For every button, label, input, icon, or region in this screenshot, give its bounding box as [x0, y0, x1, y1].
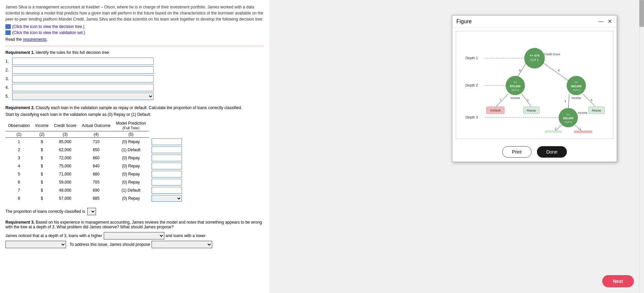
- cell-outcome: (0) Repay: [113, 162, 149, 170]
- next-button[interactable]: Next: [602, 275, 634, 287]
- cell-prediction[interactable]: [149, 138, 185, 146]
- rule-input-1[interactable]: [12, 58, 154, 65]
- table-row: 6$59,000705(0) Repay: [5, 178, 185, 186]
- rule-item-1: 1.: [5, 58, 264, 65]
- done-button[interactable]: Done: [537, 146, 567, 158]
- prediction-input[interactable]: [152, 187, 182, 194]
- cell-dollar: $: [33, 178, 51, 186]
- left-d2-right-edge: [522, 94, 532, 107]
- data-table: Observation Income Credit Score Actual O…: [5, 120, 185, 202]
- cell-prediction[interactable]: [149, 154, 185, 162]
- depth1-label: Depth 1: [465, 56, 478, 60]
- prediction-input[interactable]: [152, 146, 182, 153]
- cell-dollar: $: [33, 146, 51, 154]
- scrollbar[interactable]: [639, 0, 644, 293]
- cell-outcome: (1) Default: [113, 146, 149, 154]
- proportion-select[interactable]: [87, 208, 96, 215]
- requirement2-subtext: Start by classifying each loan in the va…: [5, 112, 264, 117]
- req3-select2[interactable]: [5, 241, 66, 248]
- rule-input-3[interactable]: [12, 75, 154, 83]
- print-button[interactable]: Print: [502, 146, 532, 158]
- col-subheader-1: (1): [5, 131, 33, 138]
- right-d2-left-edge: [568, 94, 569, 110]
- cell-obs: 1: [5, 138, 33, 146]
- prediction-input[interactable]: [152, 171, 182, 177]
- rule-input-2[interactable]: [12, 66, 154, 74]
- intro-paragraph: James Silva is a management accountant a…: [5, 4, 264, 22]
- cell-income: 62,000: [51, 146, 79, 154]
- cell-prediction[interactable]: [149, 186, 185, 194]
- right-d2-label2: $60,000: [571, 85, 581, 88]
- cell-dollar: $: [33, 186, 51, 194]
- cell-credit: 650: [79, 146, 113, 154]
- req3-text1: James noticed that at a depth of 3, loan…: [5, 233, 102, 238]
- table-row: 4$75,000640(0) Repay: [5, 162, 185, 170]
- req3-text2: and loans with a lower: [166, 233, 206, 238]
- cell-credit: 710: [79, 138, 113, 146]
- cell-income: 59,000: [51, 178, 79, 186]
- default-leaf-2-label: Default: [578, 132, 588, 133]
- cell-credit: 685: [79, 194, 113, 202]
- grid-icon: [5, 30, 11, 35]
- cell-obs: 6: [5, 178, 33, 186]
- prediction-select[interactable]: [152, 195, 182, 202]
- d3-right-label: 1: [579, 127, 581, 130]
- cell-dollar: $: [33, 138, 51, 146]
- decision-tree-link[interactable]: (Click the icon to view the decision tre…: [5, 24, 264, 29]
- requirement2-title: Requirement 2. Classify each loan in the…: [5, 105, 264, 110]
- cell-dollar: $: [33, 162, 51, 170]
- prediction-input[interactable]: [152, 179, 182, 186]
- left-d2-label1: <=: [514, 80, 517, 84]
- cell-obs: 2: [5, 146, 33, 154]
- cell-obs: 5: [5, 170, 33, 178]
- req3-select1[interactable]: [104, 232, 164, 239]
- rule-select-5[interactable]: [12, 93, 154, 100]
- table-row: 7$48,000690(1) Default: [5, 186, 185, 194]
- figure-controls: — ✕: [598, 18, 613, 25]
- cell-prediction[interactable]: [149, 194, 185, 202]
- d3-label2: $55,000: [563, 117, 574, 120]
- cell-credit: 680: [79, 170, 113, 178]
- rule-item-5: 5.: [5, 93, 264, 100]
- col-header-observation: Observation: [5, 120, 33, 131]
- prediction-input[interactable]: [152, 138, 182, 145]
- table-row: 8$57,000685(0) Repay: [5, 194, 185, 202]
- figure-modal-header: Figure — ✕: [452, 15, 617, 28]
- rule-item-4: 4.: [5, 84, 264, 91]
- credit-score-label: Credit Score: [544, 53, 560, 56]
- cell-prediction[interactable]: [149, 162, 185, 170]
- prediction-input[interactable]: [152, 163, 182, 169]
- cell-outcome: (0) Repay: [113, 170, 149, 178]
- requirements-link[interactable]: requirements: [23, 37, 46, 42]
- req3-select3[interactable]: [152, 241, 212, 248]
- validation-link-text: (Click the icon to view the validation s…: [12, 30, 85, 35]
- cell-prediction[interactable]: [149, 178, 185, 186]
- cell-credit: 660: [79, 154, 113, 162]
- table-row: 3$72,000660(0) Repay: [5, 154, 185, 162]
- scrollbar-thumb[interactable]: [639, 0, 644, 27]
- rule-num-4: 4.: [5, 85, 12, 90]
- close-button[interactable]: ✕: [607, 18, 613, 25]
- income-label-d3: Income: [578, 111, 587, 115]
- requirement3-title: Requirement 3. Based on his experience i…: [5, 220, 264, 229]
- cell-outcome: (0) Repay: [113, 138, 149, 146]
- cell-dollar: $: [33, 194, 51, 202]
- minimize-button[interactable]: —: [598, 18, 604, 25]
- right-d2-right-label: 5: [591, 98, 592, 102]
- depth3-label: Depth 3: [465, 116, 478, 119]
- cell-prediction[interactable]: [149, 170, 185, 178]
- rule-input-4[interactable]: [12, 84, 154, 91]
- root-sublabel: CUT 1: [530, 58, 539, 62]
- prediction-input[interactable]: [152, 155, 182, 161]
- cell-prediction[interactable]: [149, 146, 185, 154]
- figure-modal-footer: Print Done: [452, 142, 617, 162]
- cell-dollar: $: [33, 170, 51, 178]
- repay-leaf-3-label: Repay: [549, 132, 558, 133]
- table-row: 5$71,000680(0) Repay: [5, 170, 185, 178]
- table-row: 1$85,000710(0) Repay: [5, 138, 185, 146]
- decision-tree-link-text: (Click the icon to view the decision tre…: [12, 24, 85, 29]
- root-right-edge: [543, 62, 568, 80]
- right-d2-label1: <=: [575, 80, 578, 84]
- repay-leaf-2-label: Repay: [592, 108, 601, 112]
- validation-set-link[interactable]: (Click the icon to view the validation s…: [5, 30, 264, 35]
